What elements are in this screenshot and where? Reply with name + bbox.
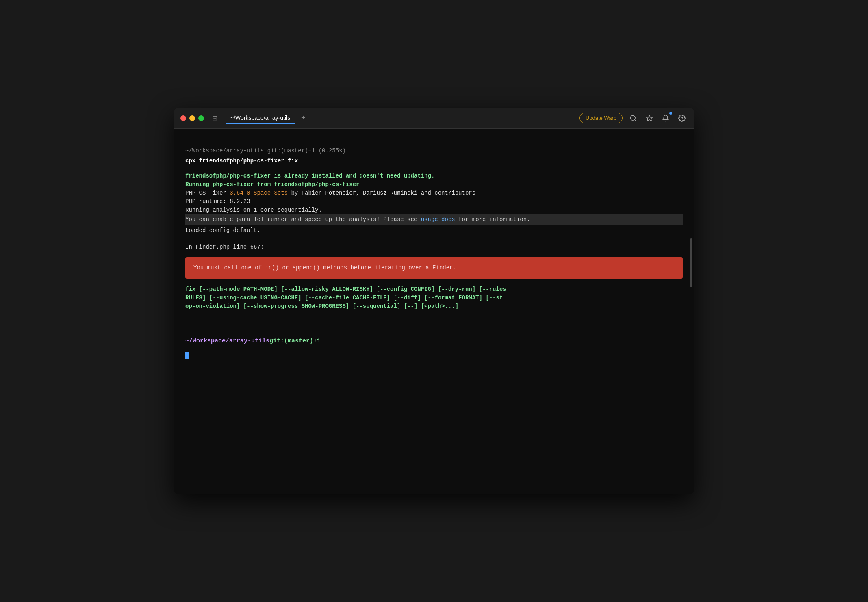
add-tab-button[interactable]: + <box>298 113 308 123</box>
prompt2-git: git:(master)±1 <box>269 337 321 346</box>
output-line-5: Running analysis on 1 core sequentially. <box>185 206 683 214</box>
error-message: You must call one of in() or append() me… <box>193 264 456 271</box>
svg-point-0 <box>630 115 635 120</box>
output-line-2: Running php-cs-fixer from friendsofphp/p… <box>185 180 683 189</box>
output-line-9b: RULES] [--using-cache USING-CACHE] [--ca… <box>185 294 683 302</box>
magic-icon[interactable] <box>644 113 655 124</box>
prompt-line-1: ~/Workspace/array-utils git:(master)±1 (… <box>185 147 683 155</box>
notification-icon[interactable] <box>660 113 671 124</box>
command-line-1: cpx friendsofphp/php-cs-fixer fix <box>185 157 683 165</box>
titlebar-right: Update Warp <box>579 113 688 124</box>
output-line-9c: op-on-violation] [--show-progress SHOW-P… <box>185 302 683 311</box>
usage-docs-link[interactable]: usage docs <box>421 216 455 223</box>
output-line-1: friendsofphp/php-cs-fixer is already ins… <box>185 172 683 180</box>
terminal-window: ⊞ ~/Workspace/array-utils + Update Warp <box>174 108 694 494</box>
settings-icon[interactable] <box>676 113 688 124</box>
output-line-3: PHP CS Fixer 3.64.0 Space Sets by Fabien… <box>185 189 683 197</box>
terminal-content[interactable]: ~/Workspace/array-utils git:(master)±1 (… <box>174 129 694 494</box>
highlight-block: You can enable parallel runner and speed… <box>185 214 683 225</box>
error-box: You must call one of in() or append() me… <box>185 257 683 279</box>
sidebar-toggle-icon[interactable]: ⊞ <box>212 114 217 122</box>
command-text-1: cpx friendsofphp/php-cs-fixer fix <box>185 158 298 164</box>
maximize-button[interactable] <box>198 115 204 121</box>
prompt2-path: ~/Workspace/array-utils <box>185 337 269 346</box>
svg-marker-2 <box>647 115 653 121</box>
titlebar: ⊞ ~/Workspace/array-utils + Update Warp <box>174 108 694 129</box>
update-warp-button[interactable]: Update Warp <box>579 113 623 123</box>
tab-bar: ~/Workspace/array-utils + <box>226 112 575 124</box>
output-line-4: PHP runtime: 8.2.23 <box>185 197 683 206</box>
svg-point-3 <box>681 117 683 119</box>
terminal-cursor <box>185 349 683 362</box>
traffic-lights <box>180 115 204 121</box>
active-tab[interactable]: ~/Workspace/array-utils <box>226 112 295 124</box>
output-line-8: In Finder.php line 667: <box>185 243 683 251</box>
svg-line-1 <box>634 119 636 121</box>
prompt-text-1: ~/Workspace/array-utils git:(master)±1 (… <box>185 147 346 154</box>
version-text: 3.64.0 Space Sets <box>230 190 288 196</box>
minimize-button[interactable] <box>189 115 195 121</box>
bottom-prompt: ~/Workspace/array-utils git:(master)±1 <box>185 337 683 346</box>
output-line-7: Loaded config default. <box>185 226 683 235</box>
output-line-9a: fix [--path-mode PATH-MODE] [--allow-ris… <box>185 285 683 294</box>
search-icon[interactable] <box>627 113 639 124</box>
close-button[interactable] <box>180 115 186 121</box>
scrollbar[interactable] <box>690 238 692 287</box>
cursor-block <box>185 352 189 359</box>
tab-label: ~/Workspace/array-utils <box>230 115 290 121</box>
